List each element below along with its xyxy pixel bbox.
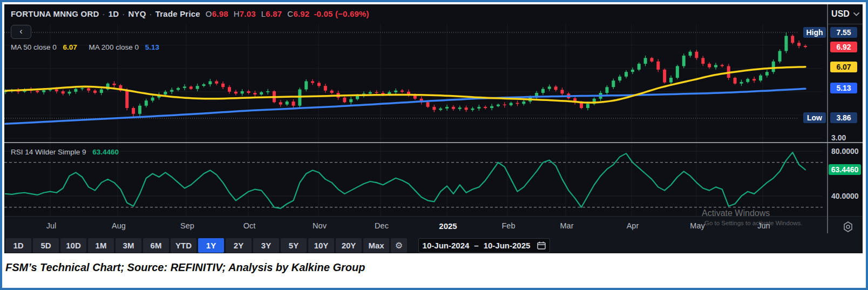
price-type-label: Trade Price [155,9,200,18]
interval-label[interactable]: 1D [109,9,119,18]
high-marker-label: High [803,27,826,38]
x-axis-label-jul: Jul [36,221,66,230]
close-label: C [287,9,293,18]
date-to: 10-Jun-2025 [484,241,531,250]
price-scale-tick[interactable]: 3.00 [831,133,846,142]
calendar-icon [537,241,546,249]
range-button-3y[interactable]: 3Y [253,238,279,253]
ma200-price-chip: 5.13 [830,83,857,93]
x-axis-label-oct: Oct [234,221,265,230]
ma50-label: MA 50 close 0 [11,43,57,51]
change-value: -0.05 (−0.69%) [314,9,369,18]
rsi-value-chip: 63.4460 [829,164,861,175]
time-axis[interactable]: JulAugSepOctNovDec2025FebMarAprMayJun [4,216,863,237]
last-price-chip: 6.92 [830,42,857,52]
range-button-5d[interactable]: 5D [33,238,59,253]
pane-divider[interactable] [4,142,863,143]
x-axis-label-feb: Feb [493,221,524,230]
range-button-2y[interactable]: 2Y [226,238,252,253]
rsi-scale-tick-top[interactable]: 80.0000 [831,147,859,156]
open-label: O [206,9,212,18]
separator-dot: · [122,9,125,18]
close-value: 6.92 [293,9,309,18]
ma200-label: MA 200 close 0 [89,43,139,51]
separator-dot: · [102,9,105,18]
open-value: 6.98 [212,9,228,18]
x-axis-label-apr: Apr [618,221,648,230]
range-button-10d[interactable]: 10D [60,238,86,253]
rsi-label: RSI 14 Wilder Simple 9 [11,148,86,156]
date-range-picker[interactable]: 10-Jun-2024 – 10-Jun-2025 [418,238,550,253]
low-value: 6.87 [266,9,282,18]
range-button-20y[interactable]: 20Y [336,238,362,253]
range-button-1d[interactable]: 1D [5,238,31,253]
ma200-value: 5.13 [145,43,159,51]
range-button-max[interactable]: Max [363,238,389,253]
price-pane[interactable] [4,24,823,144]
gear-icon [842,221,854,233]
range-button-1m[interactable]: 1M [88,238,114,253]
x-axis-label-2025: 2025 [433,221,463,231]
rsi-pane[interactable] [4,144,823,216]
date-separator: – [474,241,478,250]
range-button-10y[interactable]: 10Y [308,238,334,253]
chart-caption: FSM’s Technical Chart; Source: REFINITIV… [5,261,365,274]
chevron-left-icon: ‹ [19,26,22,36]
separator-dot: · [150,9,152,18]
high-value: 7.03 [240,9,256,18]
activate-windows-subtext: Go to Settings to activate Windows. [704,220,803,226]
price-scale-separator[interactable] [827,4,828,233]
range-button-ytd[interactable]: YTD [171,238,196,253]
range-button-5y[interactable]: 5Y [281,238,307,253]
ma-legend[interactable]: MA 50 close 0 6.07 MA 200 close 0 5.13 [11,43,159,51]
axis-settings-button[interactable] [840,220,856,234]
range-button-1y[interactable]: 1Y [198,238,224,253]
high-price-chip: 7.55 [830,27,857,38]
date-from: 10-Jun-2024 [423,241,470,250]
chart-header: FORTUNA MNNG ORD·1D·NYQ·Trade PriceO6.98… [11,9,369,18]
toolbar-settings-button[interactable]: ⚙ [391,238,407,253]
symbol-name: FORTUNA MNNG ORD [11,9,99,18]
rsi-value: 63.4460 [92,148,119,156]
trading-chart-panel: FORTUNA MNNG ORD·1D·NYQ·Trade PriceO6.98… [4,4,863,253]
x-axis-label-sep: Sep [172,221,202,230]
ma50-price-chip: 6.07 [830,62,857,72]
page: FORTUNA MNNG ORD·1D·NYQ·Trade PriceO6.98… [0,0,868,290]
range-button-3m[interactable]: 3M [116,238,141,253]
back-button[interactable]: ‹ [11,25,31,39]
activate-windows-watermark: Activate Windows [702,208,770,218]
currency-label: USD [831,9,850,19]
rsi-scale-tick-bottom[interactable]: 40.0000 [831,192,859,200]
low-price-chip: 3.86 [830,112,857,123]
currency-selector[interactable]: USD [828,4,863,24]
low-marker-label: Low [803,112,826,123]
x-axis-label-aug: Aug [104,221,134,230]
ma50-value: 6.07 [63,43,77,51]
range-toolbar: 10-Jun-2024 – 10-Jun-2025 1D5D10D1M3M6MY… [4,237,863,253]
exchange-label: NYQ [128,9,146,18]
chevron-down-icon [853,12,859,16]
range-button-6m[interactable]: 6M [143,238,169,253]
high-label: H [234,9,240,18]
x-axis-label-dec: Dec [367,221,397,230]
x-axis-label-mar: Mar [552,221,582,230]
rsi-legend[interactable]: RSI 14 Wilder Simple 9 63.4460 [11,148,119,156]
x-axis-label-nov: Nov [304,221,335,230]
